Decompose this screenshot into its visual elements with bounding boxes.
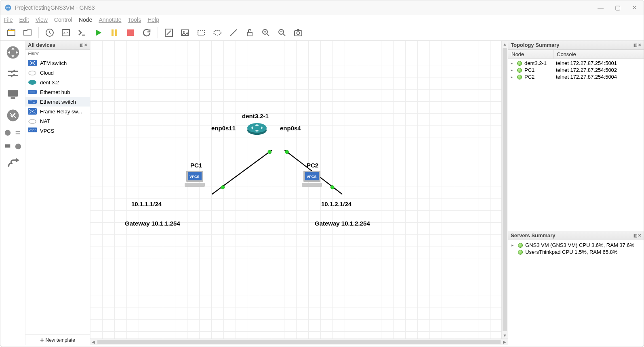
undock-icon[interactable]: ◧ <box>633 43 637 47</box>
note-button[interactable] <box>162 27 176 39</box>
menu-control[interactable]: Control <box>54 17 72 23</box>
svg-rect-6 <box>127 29 134 36</box>
close-panel-icon[interactable]: ✕ <box>638 233 641 238</box>
device-item[interactable]: VPCSVPCS <box>25 126 90 136</box>
topology-row[interactable]: ▸PC1telnet 172.27.87.254:5002 <box>510 67 642 73</box>
switches-icon[interactable] <box>4 66 21 81</box>
svg-rect-4 <box>112 29 114 36</box>
server-row[interactable]: UsersThinkpad CPU 1.5%, RAM 65.8% <box>511 249 641 255</box>
topology-node-name: dent3.2-1 <box>524 60 554 66</box>
svg-rect-5 <box>115 29 117 36</box>
topology-header: Topology Summary ◧✕ <box>508 41 644 50</box>
menu-file[interactable]: File <box>4 17 13 23</box>
canvas-vscroll[interactable]: ▲▼ <box>501 41 508 339</box>
snapshot-button[interactable] <box>43 27 57 39</box>
device-item[interactable]: Ethernet switch <box>25 97 90 107</box>
svg-rect-18 <box>8 90 18 96</box>
screenshot-button[interactable] <box>291 27 305 39</box>
console-button[interactable] <box>75 27 89 39</box>
device-filter-input[interactable] <box>25 50 90 58</box>
topology-console: telnet 172.27.87.254:5002 <box>556 67 617 73</box>
undock-icon[interactable]: ◧ <box>80 43 83 47</box>
node-router[interactable] <box>247 121 267 135</box>
sec-small-icon[interactable] <box>14 142 22 151</box>
label-pc2: PC2 <box>307 162 318 169</box>
device-item[interactable]: ATM switch <box>25 58 90 68</box>
menu-bar: File Edit View Control Node Annotate Too… <box>0 15 644 25</box>
new-project-button[interactable] <box>4 27 18 39</box>
switch-icon <box>28 98 37 105</box>
end-devices-icon[interactable] <box>4 87 21 102</box>
pause-button[interactable] <box>107 27 121 39</box>
window-title: ProjectTestingGNS3VM - GNS3 <box>15 4 95 11</box>
device-item[interactable]: Frame Relay sw... <box>25 107 90 116</box>
stop-button[interactable] <box>124 27 137 39</box>
close-button[interactable]: ✕ <box>632 4 637 11</box>
rect-button[interactable] <box>194 27 208 39</box>
switches-small-icon[interactable] <box>14 129 22 137</box>
show-names-button[interactable]: a b <box>59 27 73 39</box>
device-item[interactable]: Cloud <box>25 68 90 77</box>
topology-canvas[interactable]: VPCS VPCS dent3.2-1 enp0s11 enp0s4 PC1 P… <box>90 41 501 339</box>
devices-panel-header: All devices ◧✕ <box>25 41 90 50</box>
devices-panel: All devices ◧✕ ATM switchClouddent 3.2Et… <box>25 41 90 345</box>
topology-row[interactable]: ▸dent3.2-1telnet 172.27.87.254:5001 <box>510 60 642 67</box>
label-if-left: enp0s11 <box>211 125 236 132</box>
new-template-label: New template <box>45 337 75 343</box>
start-button[interactable] <box>91 27 105 39</box>
col-node[interactable]: Node <box>508 50 554 59</box>
svg-rect-10 <box>198 30 204 35</box>
node-pc2[interactable]: VPCS <box>301 170 323 188</box>
ellipse-button[interactable] <box>210 27 224 39</box>
device-item[interactable]: Ethernet hub <box>25 87 90 97</box>
status-dot-icon <box>517 68 522 73</box>
device-item[interactable]: NAT <box>25 116 90 126</box>
menu-node[interactable]: Node <box>79 17 92 23</box>
label-ip1: 10.1.1.1/24 <box>131 201 162 207</box>
lock-button[interactable] <box>243 27 257 39</box>
svg-rect-12 <box>247 32 252 36</box>
atm-icon <box>28 60 37 66</box>
all-devices-small-icon[interactable] <box>4 129 12 137</box>
label-gw1: Gateway 10.1.1.254 <box>125 220 180 227</box>
svg-point-23 <box>15 144 21 149</box>
server-row[interactable]: ▸GNS3 VM (GNS3 VM) CPU 3.6%, RAM 37.6% <box>511 242 641 249</box>
close-panel-icon[interactable]: ✕ <box>84 43 87 47</box>
undock-icon[interactable]: ◧ <box>633 233 637 238</box>
menu-help[interactable]: Help <box>147 17 159 23</box>
open-project-button[interactable] <box>21 27 34 39</box>
svg-line-33 <box>212 150 271 194</box>
menu-annotate[interactable]: Annotate <box>99 17 121 23</box>
caret-icon: ▸ <box>511 68 515 72</box>
server-text: UsersThinkpad CPU 1.5%, RAM 65.8% <box>525 249 617 255</box>
line-button[interactable] <box>227 27 240 39</box>
cloud-icon <box>28 69 37 76</box>
svg-rect-28 <box>28 100 37 104</box>
end-small-icon[interactable] <box>4 142 12 151</box>
maximize-button[interactable]: ▢ <box>615 4 621 11</box>
menu-edit[interactable]: Edit <box>19 17 29 23</box>
svg-text:VPCS: VPCS <box>307 175 317 179</box>
devices-panel-title: All devices <box>28 42 55 48</box>
canvas-hscroll[interactable]: ◀▶ <box>90 339 508 345</box>
link-tool-icon[interactable] <box>4 156 21 171</box>
security-icon[interactable] <box>4 108 21 123</box>
image-button[interactable] <box>178 27 192 39</box>
zoom-in-button[interactable] <box>259 27 273 39</box>
close-panel-icon[interactable]: ✕ <box>638 43 641 47</box>
new-template-button[interactable]: + New template <box>25 334 90 345</box>
menu-tools[interactable]: Tools <box>128 17 141 23</box>
vpcs-icon: VPCS <box>28 128 37 134</box>
minimize-button[interactable]: — <box>598 4 604 11</box>
svg-rect-44 <box>185 183 205 187</box>
menu-view[interactable]: View <box>36 17 48 23</box>
topology-row[interactable]: ▸PC2telnet 172.27.87.254:5004 <box>510 73 642 80</box>
caret-icon: ▸ <box>511 243 516 247</box>
col-console[interactable]: Console <box>554 50 579 59</box>
svg-point-35 <box>268 150 271 154</box>
zoom-out-button[interactable] <box>275 27 289 39</box>
device-item[interactable]: dent 3.2 <box>25 77 90 87</box>
node-pc1[interactable]: VPCS <box>184 170 206 188</box>
routers-icon[interactable] <box>4 45 21 60</box>
reload-button[interactable] <box>140 27 154 39</box>
